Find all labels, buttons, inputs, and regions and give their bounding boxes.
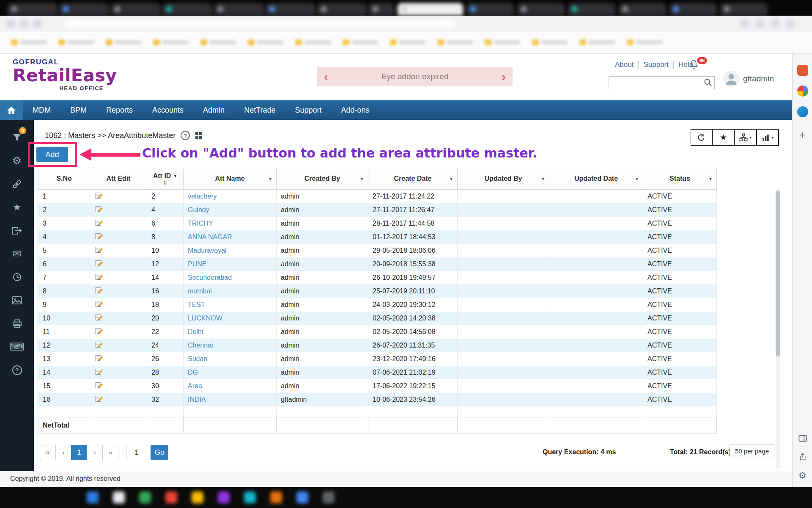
cell-att-id: 4 — [147, 203, 184, 217]
att-name-link[interactable]: Secunderabad — [188, 274, 232, 281]
sidebar-settings-button[interactable]: ⚙ — [797, 469, 808, 481]
edit-icon[interactable] — [95, 205, 103, 214]
prev-page-button[interactable]: ‹ — [55, 445, 71, 460]
att-name-link[interactable]: Maduravoyal — [188, 247, 227, 254]
att-name-link[interactable]: LUCKNOW — [188, 315, 222, 322]
nav-item-nettrade[interactable]: NetTrade — [234, 100, 285, 120]
col-header-att-name[interactable]: Att Name▼ — [184, 168, 277, 190]
next-page-button[interactable]: › — [87, 445, 103, 460]
col-header-updated-by[interactable]: Updated By▼ — [458, 168, 549, 190]
nav-item-support[interactable]: Support — [285, 100, 332, 120]
sidebar-panel-button[interactable] — [797, 433, 808, 444]
edit-icon[interactable] — [95, 341, 103, 350]
col-header-sno[interactable]: S.No — [38, 168, 90, 190]
sidebar-help-button[interactable]: ? — [7, 359, 27, 382]
print-button[interactable] — [7, 312, 27, 335]
edit-icon[interactable] — [95, 327, 103, 336]
edit-icon[interactable] — [95, 300, 103, 309]
att-name-link[interactable]: DG — [188, 369, 198, 376]
edit-icon[interactable] — [95, 192, 103, 201]
col-header-att-edit[interactable]: Att Edit — [90, 168, 147, 190]
att-name-link[interactable]: PUNE — [188, 260, 206, 268]
sidebar-search-button[interactable] — [797, 85, 808, 97]
goto-page-input[interactable] — [126, 445, 147, 460]
search-engine-icon — [797, 86, 808, 97]
add-button[interactable]: Add — [36, 147, 68, 162]
clock-icon — [12, 272, 22, 282]
col-header-created-by[interactable]: Created By▼ — [277, 168, 368, 190]
sidebar-app-button[interactable] — [797, 64, 808, 76]
banner-prev-icon[interactable]: ‹ — [324, 70, 328, 83]
history-button[interactable] — [7, 265, 27, 289]
col-header-create-date[interactable]: Create Date▼ — [368, 168, 458, 190]
col-header-updated-date[interactable]: Updated Date▼ — [549, 168, 643, 190]
att-name-link[interactable]: Area — [188, 382, 202, 389]
nav-item-addons[interactable]: Add-ons — [332, 100, 379, 120]
settings-button[interactable]: ⚙ — [7, 149, 27, 172]
filter-button[interactable]: 0 — [7, 126, 27, 149]
per-page-select[interactable]: 50 per page — [730, 444, 774, 458]
nav-item-bpm[interactable]: BPM — [60, 100, 96, 120]
scrollbar-thumb[interactable] — [776, 190, 780, 356]
sidebar-share-button[interactable] — [797, 451, 808, 462]
edit-icon[interactable] — [95, 368, 103, 377]
search-button[interactable] — [703, 78, 713, 88]
support-link[interactable]: Support — [639, 61, 674, 69]
last-page-button[interactable]: » — [102, 445, 118, 460]
table-scrollbar — [776, 189, 780, 469]
export-button[interactable] — [7, 219, 27, 242]
user-menu[interactable]: gftadmin — [723, 71, 774, 87]
edit-icon[interactable] — [95, 273, 103, 282]
edit-icon[interactable] — [95, 260, 103, 268]
hierarchy-view-button[interactable]: ▾ — [735, 129, 757, 146]
favorite-view-button[interactable]: ★ — [713, 129, 735, 146]
gallery-button[interactable] — [7, 289, 27, 312]
taskbar — [0, 487, 812, 508]
col-header-att-id[interactable]: Att ID▼ ⇅ — [147, 168, 184, 190]
col-header-status[interactable]: Status▼ — [643, 168, 717, 190]
sidebar-add-button[interactable]: + — [797, 129, 808, 141]
att-name-link[interactable]: INDIA — [188, 396, 206, 403]
att-name-link[interactable]: TEST — [188, 301, 205, 308]
nav-item-accounts[interactable]: Accounts — [143, 100, 193, 120]
notifications-button[interactable]: 68 — [689, 59, 708, 74]
home-button[interactable] — [0, 100, 23, 120]
search-input[interactable] — [612, 77, 701, 88]
mail-button[interactable]: ✉ — [7, 242, 27, 265]
about-link[interactable]: About — [610, 61, 639, 69]
chart-view-button[interactable]: ▾ — [757, 129, 779, 146]
edit-icon[interactable] — [95, 246, 103, 255]
edit-icon[interactable] — [95, 232, 103, 241]
links-button[interactable] — [7, 172, 27, 196]
page-help-icon[interactable]: ? — [181, 131, 190, 140]
att-name-link[interactable]: Guindy — [188, 206, 209, 213]
nav-item-admin[interactable]: Admin — [193, 100, 234, 120]
att-name-link[interactable]: mumbai — [188, 287, 212, 295]
sidebar-shopping-button[interactable] — [797, 106, 808, 117]
banner-next-icon[interactable]: › — [502, 70, 506, 83]
page-1-button[interactable]: 1 — [71, 445, 87, 460]
edit-icon[interactable] — [95, 381, 103, 390]
edit-icon[interactable] — [95, 287, 103, 295]
favorites-button[interactable]: ★ — [7, 196, 27, 219]
first-page-button[interactable]: « — [40, 445, 56, 460]
edit-icon[interactable] — [95, 314, 103, 323]
shortcut-keys-button[interactable]: ⌨ — [7, 335, 27, 359]
att-name-link[interactable]: TRICHY — [188, 220, 213, 227]
edit-icon[interactable] — [95, 354, 103, 363]
att-name-link[interactable]: velachery — [188, 193, 217, 200]
nav-item-reports[interactable]: Reports — [96, 100, 143, 120]
grid-view-icon[interactable] — [195, 132, 203, 139]
app-logo: GOFRUGAL RetailEasy HEAD OFFICE — [13, 58, 110, 91]
go-button[interactable]: Go — [151, 445, 168, 460]
edit-icon[interactable] — [95, 219, 103, 228]
att-name-link[interactable]: Chennai — [188, 342, 213, 349]
nav-item-mdm[interactable]: MDM — [23, 100, 60, 120]
cell-sno: 13 — [38, 352, 90, 366]
refresh-button[interactable] — [691, 129, 713, 146]
att-name-link[interactable]: Sudan — [188, 355, 207, 362]
edit-icon[interactable] — [95, 395, 103, 404]
att-name-link[interactable]: Delhi — [188, 328, 203, 335]
browser-toolbar — [0, 16, 812, 32]
att-name-link[interactable]: ANNA NAGAR — [188, 233, 232, 240]
